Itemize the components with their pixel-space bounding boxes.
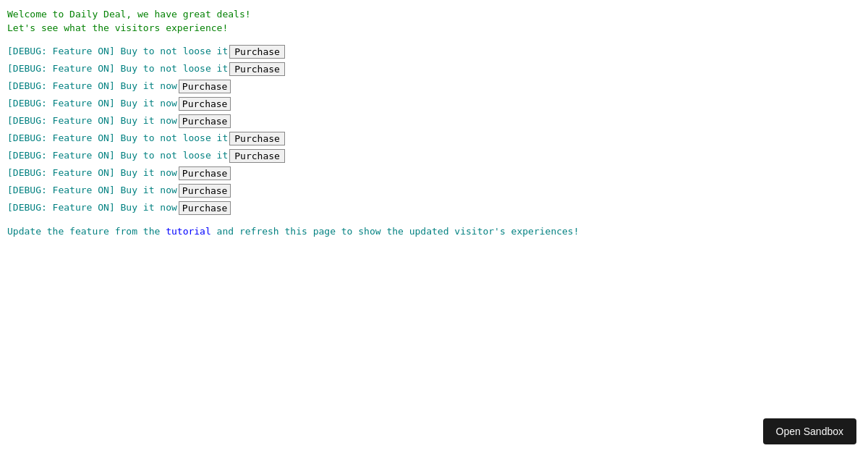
deal-row: [DEBUG: Feature ON] Buy to not loose itP…: [7, 61, 861, 77]
purchase-button[interactable]: Purchase: [179, 80, 231, 93]
subtitle-text: Let's see what the visitors experience!: [7, 22, 861, 33]
debug-prefix: [DEBUG: Feature ON]: [7, 78, 121, 94]
purchase-button[interactable]: Purchase: [179, 184, 231, 198]
debug-prefix: [DEBUG: Feature ON]: [7, 113, 121, 129]
purchase-button[interactable]: Purchase: [179, 114, 231, 128]
deal-message: Buy to not loose it: [121, 148, 229, 164]
purchase-button[interactable]: Purchase: [229, 149, 285, 163]
page-content: Welcome to Daily Deal, we have great dea…: [0, 0, 868, 245]
footer-after: and refresh this page to show the update…: [211, 226, 579, 237]
deal-row: [DEBUG: Feature ON] Buy it nowPurchase: [7, 96, 861, 111]
debug-prefix: [DEBUG: Feature ON]: [7, 130, 121, 146]
purchase-button[interactable]: Purchase: [179, 97, 231, 111]
purchase-button[interactable]: Purchase: [229, 132, 285, 145]
debug-prefix: [DEBUG: Feature ON]: [7, 96, 121, 111]
debug-prefix: [DEBUG: Feature ON]: [7, 182, 121, 198]
purchase-button[interactable]: Purchase: [229, 62, 285, 76]
debug-prefix: [DEBUG: Feature ON]: [7, 61, 121, 77]
purchase-button[interactable]: Purchase: [229, 45, 285, 59]
deal-message: Buy to not loose it: [121, 61, 229, 77]
purchase-button[interactable]: Purchase: [179, 166, 231, 180]
footer-text: Update the feature from the tutorial and…: [7, 226, 861, 237]
debug-prefix: [DEBUG: Feature ON]: [7, 200, 121, 216]
deal-row: [DEBUG: Feature ON] Buy to not loose itP…: [7, 148, 861, 164]
deal-message: Buy it now: [121, 113, 177, 129]
deal-row: [DEBUG: Feature ON] Buy to not loose itP…: [7, 43, 861, 59]
footer-before: Update the feature from the: [7, 226, 166, 237]
deal-message: Buy it now: [121, 182, 177, 198]
debug-prefix: [DEBUG: Feature ON]: [7, 165, 121, 181]
deal-message: Buy to not loose it: [121, 43, 229, 59]
deals-list: [DEBUG: Feature ON] Buy to not loose itP…: [7, 43, 861, 216]
deal-row: [DEBUG: Feature ON] Buy it nowPurchase: [7, 78, 861, 94]
welcome-heading: Welcome to Daily Deal, we have great dea…: [7, 9, 861, 20]
deal-row: [DEBUG: Feature ON] Buy it nowPurchase: [7, 113, 861, 129]
deal-row: [DEBUG: Feature ON] Buy it nowPurchase: [7, 200, 861, 216]
deal-message: Buy it now: [121, 200, 177, 216]
deal-message: Buy it now: [121, 78, 177, 94]
debug-prefix: [DEBUG: Feature ON]: [7, 43, 121, 59]
deal-message: Buy it now: [121, 96, 177, 111]
deal-row: [DEBUG: Feature ON] Buy it nowPurchase: [7, 165, 861, 181]
purchase-button[interactable]: Purchase: [179, 201, 231, 215]
footer-tutorial: tutorial: [166, 226, 211, 237]
debug-prefix: [DEBUG: Feature ON]: [7, 148, 121, 164]
deal-message: Buy to not loose it: [121, 130, 229, 146]
deal-row: [DEBUG: Feature ON] Buy it nowPurchase: [7, 182, 861, 198]
deal-row: [DEBUG: Feature ON] Buy to not loose itP…: [7, 130, 861, 146]
deal-message: Buy it now: [121, 165, 177, 181]
open-sandbox-button[interactable]: Open Sandbox: [763, 418, 856, 444]
